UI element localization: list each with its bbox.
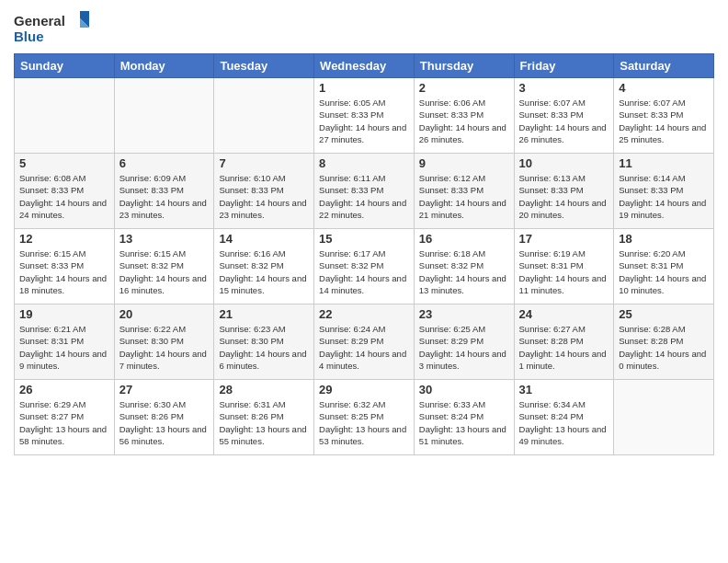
- day-info: Sunrise: 6:13 AMSunset: 8:33 PMDaylight:…: [519, 172, 609, 221]
- day-info: Sunrise: 6:19 AMSunset: 8:31 PMDaylight:…: [519, 247, 609, 296]
- day-info: Sunrise: 6:12 AMSunset: 8:33 PMDaylight:…: [419, 172, 509, 221]
- day-info: Sunrise: 6:22 AMSunset: 8:30 PMDaylight:…: [119, 323, 210, 372]
- day-number: 29: [319, 383, 409, 396]
- day-number: 19: [19, 307, 109, 321]
- calendar-cell: 8Sunrise: 6:11 AMSunset: 8:33 PMDaylight…: [314, 154, 415, 229]
- calendar-cell: 4Sunrise: 6:07 AMSunset: 8:33 PMDaylight…: [614, 78, 714, 154]
- day-number: 23: [419, 307, 509, 321]
- calendar-cell: 13Sunrise: 6:15 AMSunset: 8:32 PMDayligh…: [114, 229, 214, 304]
- day-number: 3: [519, 81, 609, 95]
- calendar-cell: 22Sunrise: 6:24 AMSunset: 8:29 PMDayligh…: [314, 304, 415, 380]
- calendar-cell: [614, 380, 714, 455]
- calendar-cell: 14Sunrise: 6:16 AMSunset: 8:32 PMDayligh…: [214, 229, 314, 304]
- day-info: Sunrise: 6:07 AMSunset: 8:33 PMDaylight:…: [519, 97, 609, 145]
- day-info: Sunrise: 6:06 AMSunset: 8:33 PMDaylight:…: [419, 97, 509, 145]
- day-number: 5: [19, 156, 109, 170]
- day-info: Sunrise: 6:31 AMSunset: 8:26 PMDaylight:…: [219, 398, 309, 447]
- day-number: 4: [619, 81, 709, 95]
- day-number: 27: [119, 383, 210, 396]
- weekday-header-row: SundayMondayTuesdayWednesdayThursdayFrid…: [15, 54, 714, 78]
- day-info: Sunrise: 6:15 AMSunset: 8:32 PMDaylight:…: [119, 247, 210, 296]
- logo-svg: GeneralBlue: [14, 9, 97, 46]
- day-number: 6: [119, 156, 210, 170]
- calendar-cell: 25Sunrise: 6:28 AMSunset: 8:28 PMDayligh…: [614, 304, 714, 380]
- calendar-cell: 3Sunrise: 6:07 AMSunset: 8:33 PMDaylight…: [514, 78, 614, 154]
- calendar-cell: 29Sunrise: 6:32 AMSunset: 8:25 PMDayligh…: [314, 380, 415, 455]
- weekday-header-wednesday: Wednesday: [314, 54, 415, 78]
- day-number: 13: [119, 232, 210, 246]
- day-number: 1: [319, 81, 409, 95]
- day-number: 8: [319, 156, 409, 170]
- calendar-cell: 20Sunrise: 6:22 AMSunset: 8:30 PMDayligh…: [114, 304, 214, 380]
- day-number: 15: [319, 232, 409, 246]
- day-info: Sunrise: 6:28 AMSunset: 8:28 PMDaylight:…: [619, 323, 709, 372]
- day-number: 12: [19, 232, 109, 246]
- day-info: Sunrise: 6:08 AMSunset: 8:33 PMDaylight:…: [19, 172, 109, 221]
- calendar-cell: 19Sunrise: 6:21 AMSunset: 8:31 PMDayligh…: [15, 304, 115, 380]
- calendar-cell: 6Sunrise: 6:09 AMSunset: 8:33 PMDaylight…: [114, 154, 214, 229]
- weekday-header-tuesday: Tuesday: [214, 54, 314, 78]
- day-info: Sunrise: 6:18 AMSunset: 8:32 PMDaylight:…: [419, 247, 509, 296]
- header: GeneralBlue: [14, 9, 714, 46]
- day-info: Sunrise: 6:24 AMSunset: 8:29 PMDaylight:…: [319, 323, 409, 372]
- day-info: Sunrise: 6:11 AMSunset: 8:33 PMDaylight:…: [319, 172, 409, 221]
- weekday-header-saturday: Saturday: [614, 54, 714, 78]
- day-number: 24: [519, 307, 609, 321]
- day-number: 22: [319, 307, 409, 321]
- svg-text:General: General: [14, 13, 65, 29]
- calendar-cell: 15Sunrise: 6:17 AMSunset: 8:32 PMDayligh…: [314, 229, 415, 304]
- day-number: 2: [419, 81, 509, 95]
- day-info: Sunrise: 6:30 AMSunset: 8:26 PMDaylight:…: [119, 398, 210, 447]
- calendar-cell: 30Sunrise: 6:33 AMSunset: 8:24 PMDayligh…: [414, 380, 514, 455]
- day-number: 11: [619, 156, 709, 170]
- calendar-cell: 26Sunrise: 6:29 AMSunset: 8:27 PMDayligh…: [15, 380, 115, 455]
- calendar-cell: 31Sunrise: 6:34 AMSunset: 8:24 PMDayligh…: [514, 380, 614, 455]
- weekday-header-thursday: Thursday: [414, 54, 514, 78]
- page: GeneralBlue SundayMondayTuesdayWednesday…: [0, 0, 728, 563]
- day-info: Sunrise: 6:23 AMSunset: 8:30 PMDaylight:…: [219, 323, 309, 372]
- svg-text:Blue: Blue: [14, 29, 44, 44]
- day-info: Sunrise: 6:07 AMSunset: 8:33 PMDaylight:…: [619, 97, 709, 145]
- day-info: Sunrise: 6:09 AMSunset: 8:33 PMDaylight:…: [119, 172, 210, 221]
- weekday-header-sunday: Sunday: [15, 54, 115, 78]
- calendar-cell: 10Sunrise: 6:13 AMSunset: 8:33 PMDayligh…: [514, 154, 614, 229]
- day-info: Sunrise: 6:14 AMSunset: 8:33 PMDaylight:…: [619, 172, 709, 221]
- day-info: Sunrise: 6:33 AMSunset: 8:24 PMDaylight:…: [419, 398, 509, 447]
- day-number: 10: [519, 156, 609, 170]
- calendar-cell: [214, 78, 314, 154]
- day-info: Sunrise: 6:05 AMSunset: 8:33 PMDaylight:…: [319, 97, 409, 145]
- day-number: 18: [619, 232, 709, 246]
- calendar-week-4: 19Sunrise: 6:21 AMSunset: 8:31 PMDayligh…: [15, 304, 714, 380]
- calendar-cell: 1Sunrise: 6:05 AMSunset: 8:33 PMDaylight…: [314, 78, 415, 154]
- day-info: Sunrise: 6:20 AMSunset: 8:31 PMDaylight:…: [619, 247, 709, 296]
- day-number: 16: [419, 232, 509, 246]
- day-info: Sunrise: 6:34 AMSunset: 8:24 PMDaylight:…: [519, 398, 609, 447]
- calendar-cell: 7Sunrise: 6:10 AMSunset: 8:33 PMDaylight…: [214, 154, 314, 229]
- calendar-cell: 17Sunrise: 6:19 AMSunset: 8:31 PMDayligh…: [514, 229, 614, 304]
- calendar-cell: 18Sunrise: 6:20 AMSunset: 8:31 PMDayligh…: [614, 229, 714, 304]
- day-info: Sunrise: 6:15 AMSunset: 8:33 PMDaylight:…: [19, 247, 109, 296]
- calendar-cell: 16Sunrise: 6:18 AMSunset: 8:32 PMDayligh…: [414, 229, 514, 304]
- calendar-cell: 24Sunrise: 6:27 AMSunset: 8:28 PMDayligh…: [514, 304, 614, 380]
- day-number: 17: [519, 232, 609, 246]
- day-info: Sunrise: 6:16 AMSunset: 8:32 PMDaylight:…: [219, 247, 309, 296]
- day-number: 9: [419, 156, 509, 170]
- calendar-cell: [15, 78, 115, 154]
- calendar-cell: 28Sunrise: 6:31 AMSunset: 8:26 PMDayligh…: [214, 380, 314, 455]
- day-number: 30: [419, 383, 509, 396]
- day-info: Sunrise: 6:21 AMSunset: 8:31 PMDaylight:…: [19, 323, 109, 372]
- calendar-cell: 9Sunrise: 6:12 AMSunset: 8:33 PMDaylight…: [414, 154, 514, 229]
- calendar-cell: 11Sunrise: 6:14 AMSunset: 8:33 PMDayligh…: [614, 154, 714, 229]
- calendar-cell: [114, 78, 214, 154]
- day-info: Sunrise: 6:17 AMSunset: 8:32 PMDaylight:…: [319, 247, 409, 296]
- weekday-header-monday: Monday: [114, 54, 214, 78]
- calendar-table: SundayMondayTuesdayWednesdayThursdayFrid…: [14, 53, 714, 455]
- day-number: 31: [519, 383, 609, 396]
- calendar-cell: 12Sunrise: 6:15 AMSunset: 8:33 PMDayligh…: [15, 229, 115, 304]
- day-number: 21: [219, 307, 309, 321]
- day-number: 7: [219, 156, 309, 170]
- calendar-week-3: 12Sunrise: 6:15 AMSunset: 8:33 PMDayligh…: [15, 229, 714, 304]
- day-info: Sunrise: 6:25 AMSunset: 8:29 PMDaylight:…: [419, 323, 509, 372]
- logo-area: GeneralBlue: [14, 9, 97, 46]
- day-info: Sunrise: 6:10 AMSunset: 8:33 PMDaylight:…: [219, 172, 309, 221]
